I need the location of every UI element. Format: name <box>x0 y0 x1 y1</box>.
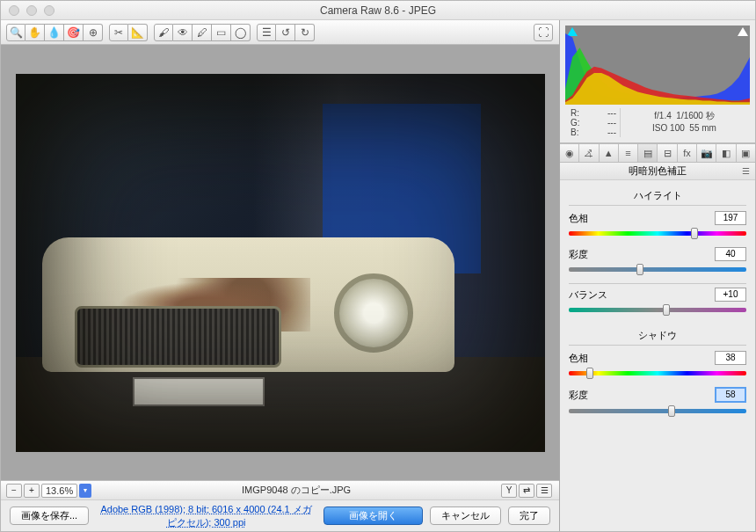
preferences-icon[interactable]: ☰ <box>257 24 276 41</box>
white-balance-tool-icon[interactable]: 💧 <box>45 24 64 41</box>
hand-tool-icon[interactable]: ✋ <box>25 24 45 41</box>
graduated-filter-tool-icon[interactable]: ▭ <box>212 24 231 41</box>
balance-slider[interactable] <box>569 304 746 315</box>
highlights-header: ハイライト <box>569 184 746 206</box>
tab-presets[interactable]: ◧ <box>716 144 736 162</box>
panel-menu-icon[interactable]: ☰ <box>742 166 750 176</box>
done-button[interactable]: 完了 <box>508 506 550 525</box>
workflow-options-link[interactable]: Adobe RGB (1998); 8 bit; 6016 x 4000 (24… <box>96 503 316 529</box>
save-image-button[interactable]: 画像を保存... <box>10 506 89 525</box>
panel-tabs: ◉ ⦨ ▲ ≡ ▤ ⊟ fx 📷 ◧ ▣ <box>560 143 755 163</box>
exif-readout: R:--- G:--- B:--- f/1.4 1/1600 秒 ISO 100… <box>565 105 750 137</box>
shadow-hue-row: 色相 38 <box>569 351 746 378</box>
right-panel: R:--- G:--- B:--- f/1.4 1/1600 秒 ISO 100… <box>560 20 755 531</box>
zoom-dropdown-icon[interactable]: ▾ <box>79 484 91 498</box>
before-after-button[interactable]: Y <box>501 484 517 498</box>
highlight-hue-label: 色相 <box>569 212 588 225</box>
swap-before-after-button[interactable]: ⇄ <box>519 484 534 498</box>
tab-detail[interactable]: ▲ <box>600 144 619 162</box>
balance-label: バランス <box>569 288 607 302</box>
toolbar: 🔍 ✋ 💧 🎯 ⊕ ✂ 📐 🖌 👁 🖊 ▭ ◯ ☰ ↺ ↻ ⛶ <box>1 20 559 45</box>
g-label: G: <box>571 118 580 128</box>
bottom-bar: 画像を保存... Adobe RGB (1998); 8 bit; 6016 x… <box>1 499 559 531</box>
r-label: R: <box>571 108 579 118</box>
fullscreen-toggle-icon[interactable]: ⛶ <box>534 24 553 41</box>
left-pane: 🔍 ✋ 💧 🎯 ⊕ ✂ 📐 🖌 👁 🖊 ▭ ◯ ☰ ↺ ↻ ⛶ <box>1 20 560 531</box>
canvas-footer: − + 13.6% ▾ IMGP9048 のコピー.JPG Y ⇄ ☰ <box>1 480 559 499</box>
tab-hsl[interactable]: ≡ <box>619 144 638 162</box>
tab-camera-cal[interactable]: 📷 <box>697 144 716 162</box>
tab-split-toning[interactable]: ▤ <box>638 144 658 162</box>
filename-label: IMGP9048 のコピー.JPG <box>91 484 501 497</box>
zoom-tool-icon[interactable]: 🔍 <box>6 24 25 41</box>
targeted-adjust-tool-icon[interactable]: ⊕ <box>84 24 103 41</box>
radial-filter-tool-icon[interactable]: ◯ <box>231 24 251 41</box>
shadow-sat-row: 彩度 58 <box>569 387 746 416</box>
highlight-hue-row: 色相 197 <box>569 211 746 238</box>
zoom-level[interactable]: 13.6% <box>41 484 77 498</box>
b-label: B: <box>571 128 578 137</box>
aperture-value: f/1.4 <box>654 111 671 120</box>
histogram[interactable] <box>565 26 750 105</box>
panel-title-bar: 明暗別色補正 ☰ <box>560 163 755 180</box>
tab-effects[interactable]: fx <box>678 144 697 162</box>
tab-tonecurve[interactable]: ⦨ <box>579 144 599 162</box>
shadow-sat-label: 彩度 <box>569 389 588 402</box>
open-image-button[interactable]: 画像を開く <box>323 506 423 525</box>
canvas-area[interactable] <box>1 45 559 480</box>
shutter-value: 1/1600 秒 <box>676 111 714 120</box>
tab-basic[interactable]: ◉ <box>560 144 579 162</box>
shadow-hue-label: 色相 <box>569 352 588 365</box>
shadow-hue-value[interactable]: 38 <box>715 351 746 365</box>
view-menu-icon[interactable]: ☰ <box>536 484 552 498</box>
zoom-in-button[interactable]: + <box>24 484 40 498</box>
iso-value: ISO 100 <box>652 123 685 133</box>
highlight-hue-slider[interactable] <box>569 228 746 238</box>
shadow-hue-slider[interactable] <box>569 368 746 378</box>
crop-tool-icon[interactable]: ✂ <box>109 24 128 41</box>
highlight-sat-value[interactable]: 40 <box>715 247 746 261</box>
zoom-out-button[interactable]: − <box>6 484 22 498</box>
window: Camera Raw 8.6 - JPEG 🔍 ✋ 💧 🎯 ⊕ ✂ 📐 🖌 👁 … <box>0 0 756 532</box>
highlight-hue-value[interactable]: 197 <box>715 211 746 225</box>
highlight-sat-label: 彩度 <box>569 248 588 261</box>
color-sampler-tool-icon[interactable]: 🎯 <box>64 24 84 41</box>
rotate-cw-icon[interactable]: ↻ <box>295 24 315 41</box>
shadows-header: シャドウ <box>569 324 746 346</box>
panel-body: ハイライト 色相 197 彩度 40 <box>560 180 755 531</box>
g-value: --- <box>607 118 616 128</box>
tab-lens[interactable]: ⊟ <box>658 144 677 162</box>
balance-value[interactable]: +10 <box>715 288 746 302</box>
rotate-ccw-icon[interactable]: ↺ <box>276 24 295 41</box>
balance-row: バランス +10 <box>569 288 746 315</box>
straighten-tool-icon[interactable]: 📐 <box>128 24 148 41</box>
b-value: --- <box>607 128 616 137</box>
shadow-sat-value[interactable]: 58 <box>715 387 746 403</box>
panel-title: 明暗別色補正 <box>629 164 687 178</box>
preview-image <box>16 74 545 452</box>
tab-snapshots[interactable]: ▣ <box>737 144 755 162</box>
body: 🔍 ✋ 💧 🎯 ⊕ ✂ 📐 🖌 👁 🖊 ▭ ◯ ☰ ↺ ↻ ⛶ <box>1 20 755 531</box>
titlebar: Camera Raw 8.6 - JPEG <box>1 1 755 20</box>
shadow-sat-slider[interactable] <box>569 405 746 416</box>
highlight-sat-slider[interactable] <box>569 264 746 274</box>
r-value: --- <box>607 108 616 118</box>
histogram-section: R:--- G:--- B:--- f/1.4 1/1600 秒 ISO 100… <box>560 20 755 143</box>
spot-removal-tool-icon[interactable]: 🖌 <box>154 24 173 41</box>
red-eye-tool-icon[interactable]: 👁 <box>173 24 193 41</box>
cancel-button[interactable]: キャンセル <box>430 506 501 525</box>
window-title: Camera Raw 8.6 - JPEG <box>1 4 755 17</box>
focal-value: 55 mm <box>689 123 716 133</box>
highlight-sat-row: 彩度 40 <box>569 247 746 274</box>
adjustment-brush-tool-icon[interactable]: 🖊 <box>193 24 212 41</box>
